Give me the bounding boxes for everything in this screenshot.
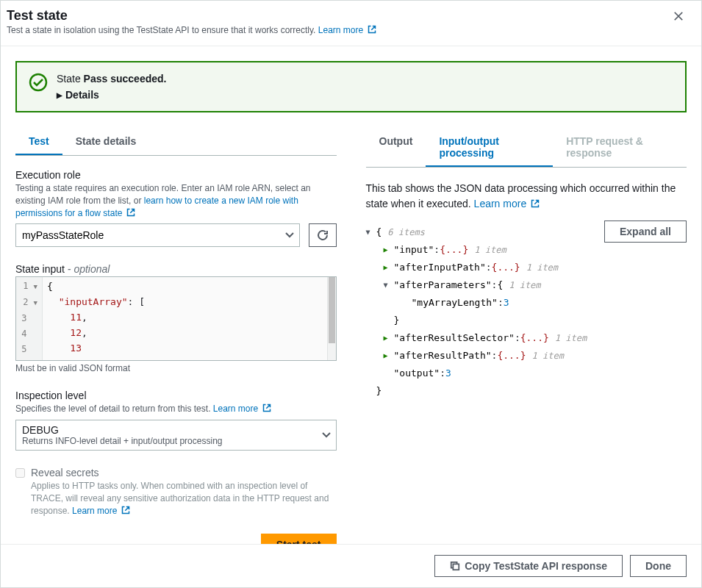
tab-test[interactable]: Test (15, 127, 62, 155)
start-test-button[interactable]: Start test (261, 534, 337, 544)
inspection-help: Specifies the level of detail to return … (15, 403, 337, 415)
state-input-field: State input - optional 1 ▼2 ▼3 4 5 { "in… (15, 263, 337, 373)
tab-http: HTTP request & response (553, 127, 687, 167)
tree-node-afterresultselector[interactable]: "afterResultSelector" : {...}1 item (366, 329, 687, 347)
external-link-icon (262, 404, 271, 412)
input-help-below: Must be in valid JSON format (15, 363, 337, 373)
done-button[interactable]: Done (630, 555, 687, 577)
left-tabs: Test State details (15, 127, 337, 156)
alert-title: State Pass succeeded. (57, 73, 166, 85)
role-help: Testing a state requires an execution ro… (15, 182, 337, 219)
tree-node-afterresultpath[interactable]: "afterResultPath" : {...}1 item (366, 347, 687, 365)
tab-state-details[interactable]: State details (62, 127, 149, 155)
external-link-icon (531, 199, 540, 208)
tab-output[interactable]: Output (366, 127, 426, 167)
tab-io-processing[interactable]: Input/output processing (426, 127, 553, 167)
role-select[interactable] (15, 223, 300, 247)
right-tabs: Output Input/output processing HTTP requ… (366, 127, 687, 168)
close-icon (673, 11, 684, 21)
test-state-modal: Test state Test a state in isolation usi… (0, 0, 702, 588)
modal-header: Test state Test a state in isolation usi… (1, 1, 701, 46)
reveal-help: Applies to HTTP tasks only. When combine… (31, 480, 337, 517)
copy-response-button[interactable]: Copy TestState API response (434, 555, 623, 577)
refresh-icon (317, 229, 329, 241)
reveal-learn-link[interactable]: Learn more (72, 506, 130, 516)
left-panel: Test State details Execution role Testin… (15, 127, 337, 544)
inspection-label: Inspection level (15, 390, 337, 401)
external-link-icon (121, 506, 130, 514)
reveal-secrets-checkbox (15, 468, 25, 478)
reveal-label: Reveal secrets (31, 467, 337, 478)
modal-footer: Copy TestState API response Done (1, 544, 701, 587)
tree-root-close: } (366, 382, 687, 400)
external-link-icon (126, 208, 135, 217)
success-icon (29, 73, 48, 92)
execution-role-field: Execution role Testing a state requires … (15, 169, 337, 247)
svg-rect-1 (454, 564, 459, 570)
tree-node-afterparameters[interactable]: "afterParameters" : {1 item (366, 276, 687, 294)
tree-node-afterinputpath[interactable]: "afterInputPath" : {...}1 item (366, 259, 687, 276)
right-learn-link[interactable]: Learn more (474, 198, 540, 209)
refresh-button[interactable] (309, 223, 337, 247)
inspection-learn-link[interactable]: Learn more (213, 404, 271, 414)
tree-leaf-output: "output" : 3 (366, 365, 687, 382)
caret-right-icon: ▶ (57, 91, 62, 99)
learn-more-link[interactable]: Learn more (318, 25, 376, 35)
input-label: State input - optional (15, 263, 337, 275)
tree-close-afterparameters: } (366, 312, 687, 329)
alert-details-toggle[interactable]: ▶ Details (57, 89, 166, 101)
svg-point-0 (30, 74, 46, 90)
line-gutter: 1 ▼2 ▼3 4 5 (16, 277, 43, 360)
editor-scrollbar[interactable] (327, 277, 336, 360)
inspection-select[interactable]: DEBUG Returns INFO-level detail + input/… (15, 420, 337, 451)
modal-subtitle: Test a state in isolation using the Test… (7, 25, 376, 35)
success-alert: State Pass succeeded. ▶ Details (15, 61, 687, 112)
expand-all-button[interactable]: Expand all (604, 220, 687, 243)
json-editor[interactable]: 1 ▼2 ▼3 4 5 { "inputArray": [ 11, 12, 13 (15, 276, 337, 361)
external-link-icon (368, 25, 376, 34)
reveal-secrets-field: Reveal secrets Applies to HTTP tasks onl… (15, 467, 337, 517)
inspection-level-field: Inspection level Specifies the level of … (15, 390, 337, 451)
code-body[interactable]: { "inputArray": [ 11, 12, 13 (43, 277, 327, 360)
copy-icon (450, 561, 460, 571)
modal-title: Test state (7, 8, 376, 24)
right-panel: Output Input/output processing HTTP requ… (366, 127, 687, 544)
role-label: Execution role (15, 169, 337, 181)
tree-leaf-myarraylength: "myArrayLength" : 3 (366, 294, 687, 312)
role-input[interactable] (15, 223, 300, 247)
close-button[interactable] (670, 8, 687, 26)
right-description: This tab shows the JSON data processing … (366, 181, 687, 212)
tree-node-input[interactable]: "input" : {...}1 item (366, 241, 687, 259)
json-tree: Expand all {6 items "input" : {...}1 ite… (366, 223, 687, 400)
